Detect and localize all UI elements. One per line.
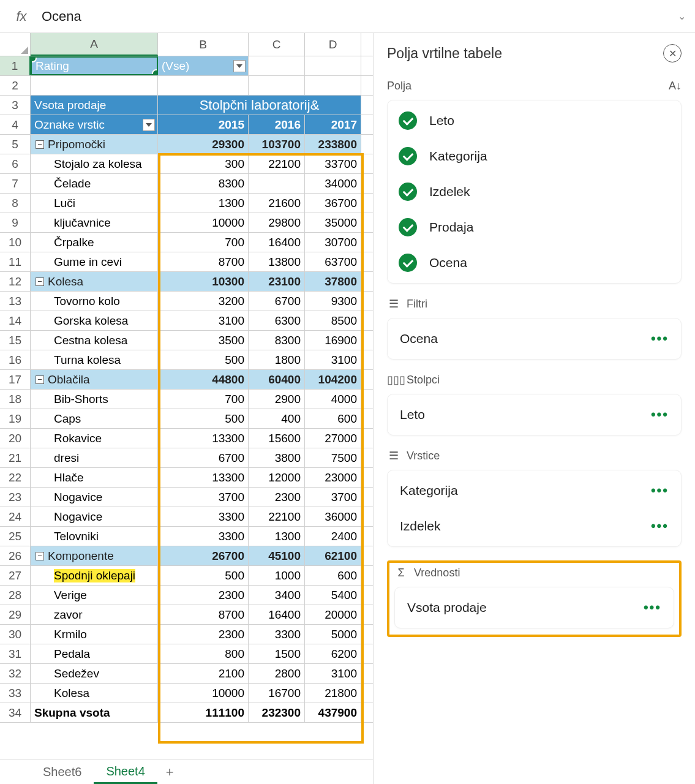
cell[interactable]: 23100 xyxy=(249,272,305,291)
cell[interactable]: 2300 xyxy=(249,488,305,507)
cell[interactable]: 800 xyxy=(158,644,249,663)
cell[interactable]: 10000 xyxy=(158,684,249,703)
row-label[interactable]: Črpalke xyxy=(31,233,158,252)
cell[interactable]: 3100 xyxy=(305,350,361,369)
cell[interactable]: 15600 xyxy=(249,429,305,448)
cell[interactable]: 8700 xyxy=(158,605,249,624)
cell[interactable]: 8300 xyxy=(249,331,305,350)
filter-dropdown-icon[interactable] xyxy=(143,119,155,131)
row-num[interactable]: 9 xyxy=(0,213,31,232)
cell[interactable]: 23000 xyxy=(305,468,361,487)
cell[interactable]: 16700 xyxy=(249,684,305,703)
cell[interactable]: 3200 xyxy=(158,292,249,311)
rows-zone[interactable]: Kategorija•••Izdelek••• xyxy=(387,470,682,547)
cell[interactable]: 600 xyxy=(305,409,361,428)
chevron-down-icon[interactable]: ⌄ xyxy=(674,10,689,22)
cell[interactable]: 36000 xyxy=(305,507,361,526)
zone-item[interactable]: Leto••• xyxy=(394,397,675,432)
row-label[interactable]: Kolesa xyxy=(31,684,158,703)
row-label[interactable]: Nogavice xyxy=(31,488,158,507)
cell[interactable]: 2015 xyxy=(158,115,249,134)
row-num[interactable]: 6 xyxy=(0,154,31,173)
cell[interactable]: 3300 xyxy=(158,507,249,526)
cell[interactable]: 1300 xyxy=(158,194,249,213)
filter-dropdown-icon[interactable] xyxy=(233,60,246,72)
cell[interactable]: 1000 xyxy=(249,566,305,585)
row-label[interactable]: Rokavice xyxy=(31,429,158,448)
cell[interactable]: 22100 xyxy=(249,507,305,526)
cell[interactable]: 30700 xyxy=(305,233,361,252)
field-item[interactable]: Ocena xyxy=(394,245,675,281)
cell[interactable]: 45100 xyxy=(249,546,305,565)
row-label[interactable]: Luči xyxy=(31,194,158,213)
cell[interactable]: 5400 xyxy=(305,586,361,605)
add-sheet-button[interactable]: + xyxy=(157,761,182,784)
cell[interactable]: 33700 xyxy=(305,154,361,173)
collapse-icon[interactable]: − xyxy=(36,375,44,384)
cell[interactable]: 1500 xyxy=(249,644,305,663)
row-label[interactable]: zavor xyxy=(31,605,158,624)
row-label[interactable]: Nogavice xyxy=(31,507,158,526)
field-item[interactable]: Leto xyxy=(394,103,675,138)
row-num[interactable]: 5 xyxy=(0,135,31,154)
row-label[interactable]: ključavnice xyxy=(31,213,158,232)
row-label[interactable]: Telovniki xyxy=(31,527,158,546)
cell[interactable]: 233800 xyxy=(305,135,361,154)
cell[interactable]: 700 xyxy=(158,390,249,409)
row-label[interactable]: Bib-Shorts xyxy=(31,390,158,409)
cell[interactable]: 8500 xyxy=(305,311,361,330)
cell[interactable]: 400 xyxy=(249,409,305,428)
cell[interactable]: 37800 xyxy=(305,272,361,291)
cell[interactable]: 20000 xyxy=(305,605,361,624)
row-num[interactable]: 34 xyxy=(0,703,31,722)
row-label[interactable]: Verige xyxy=(31,586,158,605)
collapse-icon[interactable]: − xyxy=(36,140,44,149)
zone-item[interactable]: Kategorija••• xyxy=(394,473,675,508)
cell-A1[interactable]: Rating xyxy=(31,56,158,75)
cell[interactable]: 6700 xyxy=(158,448,249,467)
row-label[interactable]: Spodnji oklepaji xyxy=(31,566,158,585)
cell[interactable] xyxy=(249,56,305,75)
cell[interactable] xyxy=(249,174,305,193)
cell[interactable]: 16900 xyxy=(305,331,361,350)
row-label[interactable]: dresi xyxy=(31,448,158,467)
row-label[interactable]: Turna kolesa xyxy=(31,350,158,369)
row-num[interactable]: 1 xyxy=(0,56,31,75)
cell[interactable]: 16400 xyxy=(249,233,305,252)
zone-item[interactable]: Vsota prodaje••• xyxy=(401,590,667,625)
cell[interactable]: 8700 xyxy=(158,252,249,271)
filters-zone[interactable]: Ocena••• xyxy=(387,318,682,360)
row-label[interactable]: Gorska kolesa xyxy=(31,311,158,330)
cell[interactable]: 12000 xyxy=(249,468,305,487)
row-num[interactable]: 30 xyxy=(0,625,31,644)
cell[interactable]: 700 xyxy=(158,233,249,252)
more-icon[interactable]: ••• xyxy=(644,600,661,616)
cell[interactable]: 6300 xyxy=(249,311,305,330)
cell[interactable]: 63700 xyxy=(305,252,361,271)
grand-total-label[interactable]: Skupna vsota xyxy=(31,703,158,722)
cell[interactable]: 2900 xyxy=(249,390,305,409)
row-num[interactable]: 21 xyxy=(0,448,31,467)
cell[interactable]: 500 xyxy=(158,409,249,428)
cell[interactable]: 10000 xyxy=(158,213,249,232)
cell[interactable]: 3700 xyxy=(158,488,249,507)
row-num[interactable]: 2 xyxy=(0,76,31,95)
cell[interactable]: 3300 xyxy=(249,625,305,644)
cell[interactable]: 232300 xyxy=(249,703,305,722)
cell[interactable]: 21800 xyxy=(305,684,361,703)
cell[interactable]: 1300 xyxy=(249,527,305,546)
cell[interactable]: 2300 xyxy=(158,586,249,605)
row-label[interactable]: Tovorno kolo xyxy=(31,292,158,311)
cell[interactable]: 1800 xyxy=(249,350,305,369)
cell[interactable]: 2100 xyxy=(158,664,249,683)
cell[interactable]: 3100 xyxy=(158,311,249,330)
cell[interactable]: 13300 xyxy=(158,429,249,448)
row-label[interactable]: Caps xyxy=(31,409,158,428)
row-num[interactable]: 10 xyxy=(0,233,31,252)
more-icon[interactable]: ••• xyxy=(651,483,669,499)
cell[interactable]: 26700 xyxy=(158,546,249,565)
row-num[interactable]: 16 xyxy=(0,350,31,369)
cell[interactable]: Oznake vrstic xyxy=(31,115,158,134)
zone-item[interactable]: Ocena••• xyxy=(394,321,675,356)
cell[interactable]: 3100 xyxy=(305,664,361,683)
